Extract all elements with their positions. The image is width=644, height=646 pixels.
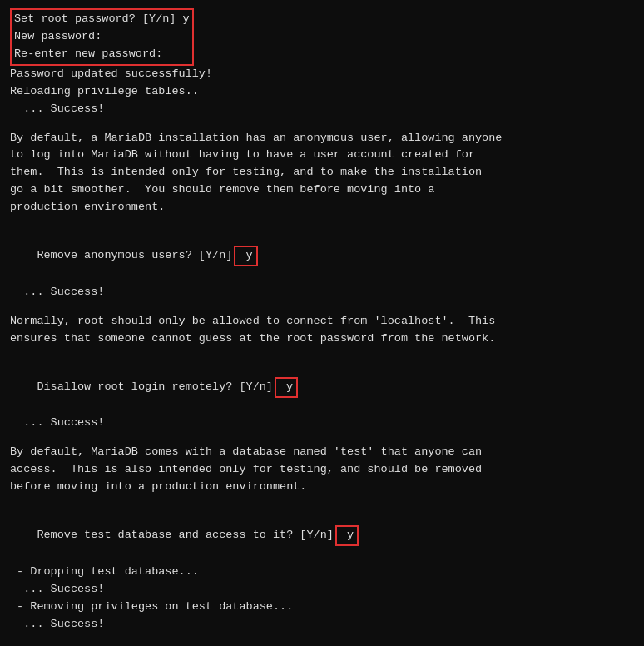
disallow-y-highlight: y xyxy=(275,377,298,398)
line-access-this: access. This is also intended only for t… xyxy=(10,461,634,479)
spacer-3 xyxy=(10,301,634,313)
line-password-updated: Password updated successfully! xyxy=(10,66,634,83)
spacer-1 xyxy=(10,118,634,130)
line-dropping-test: - Dropping test database... xyxy=(10,564,634,581)
remove-test-db-text: Remove test database and access to it? [… xyxy=(37,529,333,541)
line-removing-privs: - Removing privileges on test database..… xyxy=(10,599,634,616)
terminal-window: Set root password? [Y/n] y New password:… xyxy=(0,0,644,646)
anonymous-y-highlight: y xyxy=(234,246,257,266)
spacer-6 xyxy=(10,496,634,508)
spacer-7 xyxy=(10,634,634,645)
line-disallow-root: Disallow root login remotely? [Y/n] y xyxy=(10,360,634,415)
spacer-4 xyxy=(10,348,634,360)
spacer-2 xyxy=(10,216,634,228)
line-them-this: them. This is intended only for testing,… xyxy=(10,164,634,181)
line-go-bit: go a bit smoother. You should remove the… xyxy=(10,181,634,199)
line-production-env: production environment. xyxy=(10,199,634,216)
line-success-2: ... Success! xyxy=(10,284,634,301)
line-success-3: ... Success! xyxy=(10,415,634,432)
remove-test-y-highlight: y xyxy=(335,525,359,546)
line-normally-root: Normally, root should only be allowed to… xyxy=(10,313,634,330)
line-by-default-1: By default, a MariaDB installation has a… xyxy=(10,130,634,147)
top-highlight-block: Set root password? [Y/n] y New password:… xyxy=(10,8,194,66)
line-success-1: ... Success! xyxy=(10,101,634,118)
line-before-moving: before moving into a production environm… xyxy=(10,479,634,496)
spacer-5 xyxy=(10,432,634,444)
line-remove-test-db: Remove test database and access to it? [… xyxy=(10,508,634,564)
disallow-root-text: Disallow root login remotely? [Y/n] xyxy=(37,380,273,393)
line-by-default-2: By default, MariaDB comes with a databas… xyxy=(10,444,634,461)
line-set-root-password: Set root password? [Y/n] y xyxy=(14,11,190,28)
line-new-password: New password: xyxy=(14,28,190,46)
remove-anonymous-text: Remove anonymous users? [Y/n] xyxy=(37,249,232,261)
line-to-log: to log into MariaDB without having to ha… xyxy=(10,147,634,164)
line-success-5: ... Success! xyxy=(10,616,634,634)
line-ensures: ensures that someone cannot guess at the… xyxy=(10,330,634,348)
line-reenter-password: Re-enter new password: xyxy=(14,46,190,63)
line-reloading-privilege: Reloading privilege tables.. xyxy=(10,83,634,101)
line-remove-anonymous: Remove anonymous users? [Y/n] y xyxy=(10,228,634,284)
line-success-4: ... Success! xyxy=(10,581,634,599)
